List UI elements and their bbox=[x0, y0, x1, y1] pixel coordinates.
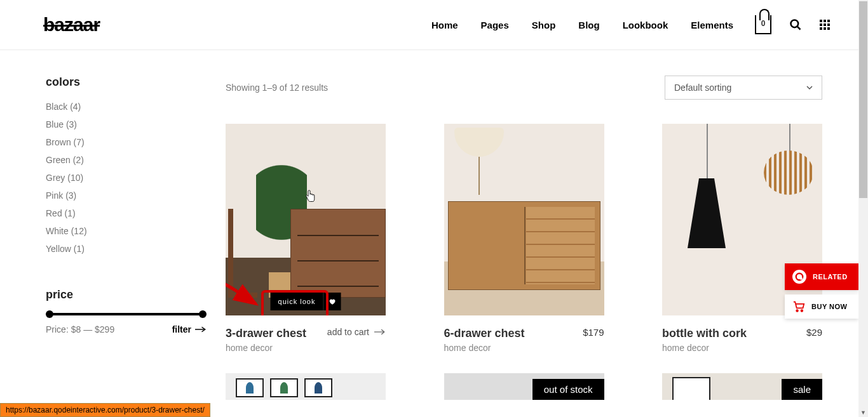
product-card[interactable]: quick look 3-drawer chest hom bbox=[226, 124, 386, 353]
product-card[interactable]: 6-drawer chest home decor $179 bbox=[444, 124, 604, 353]
color-filter-item[interactable]: Green (2) bbox=[46, 151, 207, 169]
product-image[interactable] bbox=[444, 124, 604, 315]
product-category[interactable]: home decor bbox=[662, 343, 747, 353]
sale-badge: sale bbox=[782, 379, 822, 400]
filter-button[interactable]: filter bbox=[172, 324, 207, 334]
color-filter-item[interactable]: Grey (10) bbox=[46, 169, 207, 187]
product-name[interactable]: 6-drawer chest bbox=[444, 327, 525, 340]
svg-point-6 bbox=[796, 310, 798, 312]
search-icon[interactable] bbox=[789, 18, 802, 31]
price-slider[interactable] bbox=[48, 313, 204, 315]
scrollbar-thumb[interactable] bbox=[859, 1, 867, 198]
color-filter-item[interactable]: Yellow (1) bbox=[46, 240, 207, 258]
nav-lookbook[interactable]: Lookbook bbox=[623, 20, 668, 30]
svg-point-0 bbox=[791, 20, 799, 28]
related-floating-button[interactable]: RELATED bbox=[785, 263, 858, 290]
svg-rect-5 bbox=[800, 277, 803, 280]
product-card[interactable]: out of stock bbox=[444, 373, 604, 400]
svg-line-1 bbox=[797, 27, 801, 30]
product-image[interactable]: sale bbox=[662, 373, 822, 400]
color-filter-item[interactable]: White (12) bbox=[46, 222, 207, 240]
arrow-right-icon bbox=[374, 329, 386, 335]
nav-blog[interactable]: Blog bbox=[578, 20, 599, 30]
color-filter-item[interactable]: Blue (3) bbox=[46, 116, 207, 133]
menu-grid-icon[interactable] bbox=[820, 20, 830, 30]
cart-icon bbox=[792, 301, 805, 312]
product-listing: Showing 1–9 of 12 results Default sortin… bbox=[226, 76, 822, 400]
cart-count: 0 bbox=[756, 19, 770, 28]
color-filter-item[interactable]: Black (4) bbox=[46, 98, 207, 116]
product-image[interactable] bbox=[226, 373, 386, 400]
color-filter-list: Black (4) Blue (3) Brown (7) Green (2) G… bbox=[46, 98, 207, 258]
nav-pages[interactable]: Pages bbox=[481, 20, 509, 30]
product-name[interactable]: bottle with cork bbox=[662, 327, 747, 340]
result-count: Showing 1–9 of 12 results bbox=[226, 83, 328, 93]
product-price: $29 bbox=[806, 327, 822, 338]
product-image[interactable]: out of stock bbox=[444, 373, 604, 400]
nav-shop[interactable]: Shop bbox=[532, 20, 556, 30]
product-price: $179 bbox=[583, 327, 604, 338]
colors-heading: colors bbox=[46, 76, 207, 89]
buy-now-floating-button[interactable]: BUY NOW bbox=[785, 295, 858, 319]
primary-nav: Home Pages Shop Blog Lookbook Elements bbox=[431, 20, 733, 30]
product-image[interactable]: quick look bbox=[226, 124, 386, 315]
add-to-cart-button[interactable]: add to cart bbox=[327, 327, 386, 337]
color-filter-item[interactable]: Pink (3) bbox=[46, 187, 207, 204]
nav-home[interactable]: Home bbox=[431, 20, 458, 30]
wishlist-icon[interactable] bbox=[323, 293, 341, 310]
out-of-stock-badge: out of stock bbox=[532, 379, 604, 400]
vertical-scrollbar[interactable]: ▲ ▼ bbox=[858, 0, 868, 400]
product-card[interactable]: sale bbox=[662, 373, 822, 400]
qode-icon bbox=[792, 270, 806, 284]
cart-icon[interactable]: 0 bbox=[755, 15, 771, 34]
product-category[interactable]: home decor bbox=[226, 343, 306, 353]
quick-look-button[interactable]: quick look bbox=[271, 293, 323, 310]
brand-logo[interactable]: bazaar bbox=[43, 14, 100, 36]
product-name[interactable]: 3-drawer chest bbox=[226, 327, 306, 340]
filter-sidebar: colors Black (4) Blue (3) Brown (7) Gree… bbox=[46, 76, 226, 400]
product-category[interactable]: home decor bbox=[444, 343, 525, 353]
svg-point-7 bbox=[801, 310, 803, 312]
sort-dropdown[interactable]: Default sorting bbox=[665, 76, 822, 100]
price-heading: price bbox=[46, 288, 207, 301]
product-card[interactable] bbox=[226, 373, 386, 400]
nav-elements[interactable]: Elements bbox=[691, 20, 733, 30]
color-filter-item[interactable]: Brown (7) bbox=[46, 133, 207, 151]
color-filter-item[interactable]: Red (1) bbox=[46, 204, 207, 222]
chevron-down-icon bbox=[806, 86, 813, 89]
site-header: bazaar Home Pages Shop Blog Lookbook Ele… bbox=[0, 0, 868, 50]
price-range-text: Price: $8 — $299 bbox=[46, 324, 114, 334]
